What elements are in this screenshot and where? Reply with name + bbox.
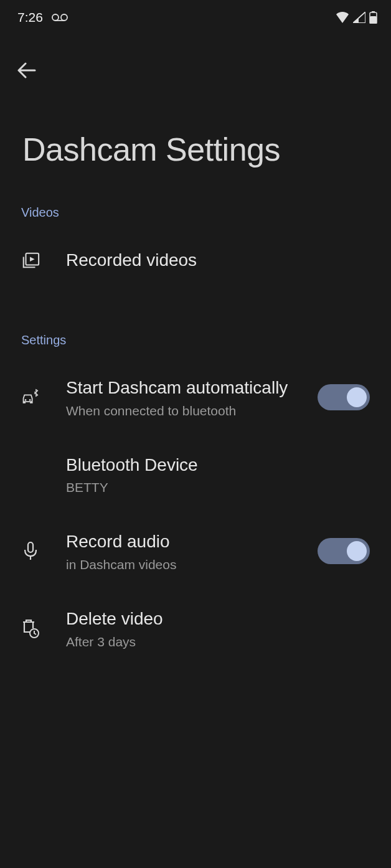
bluetooth-device-item[interactable]: Bluetooth Device BETTY [0,436,391,513]
arrow-left-icon [17,62,36,78]
auto-start-title: Start Dashcam automatically [66,376,308,400]
auto-start-toggle[interactable] [318,384,370,410]
signal-icon [353,12,365,23]
svg-point-1 [61,14,67,21]
auto-start-item[interactable]: Start Dashcam automatically When connect… [0,359,391,436]
recorded-videos-item[interactable]: Recorded videos [0,231,391,290]
bluetooth-device-title: Bluetooth Device [66,453,370,477]
svg-rect-5 [370,16,377,24]
microphone-icon [21,541,40,561]
record-audio-subtitle: in Dashcam videos [66,557,308,572]
status-time: 7:26 [17,10,43,25]
car-bluetooth-icon [21,389,40,406]
svg-point-8 [29,399,31,401]
back-button[interactable] [0,47,54,78]
section-header-videos: Videos [0,193,391,231]
battery-icon [369,11,377,24]
record-audio-item[interactable]: Record audio in Dashcam videos [0,512,391,590]
delete-video-item[interactable]: Delete video After 3 days [0,590,391,667]
auto-start-subtitle: When connected to bluetooth [66,403,308,418]
voicemail-icon [52,14,68,21]
delete-video-title: Delete video [66,607,370,631]
svg-point-7 [25,399,27,401]
page-title: Dashcam Settings [0,81,391,193]
bluetooth-device-subtitle: BETTY [66,480,370,495]
delete-video-subtitle: After 3 days [66,634,370,649]
section-header-settings: Settings [0,321,391,359]
video-library-icon [21,250,40,270]
auto-delete-icon [21,618,40,638]
record-audio-title: Record audio [66,530,308,554]
recorded-videos-title: Recorded videos [66,248,370,272]
record-audio-toggle[interactable] [318,538,370,564]
wifi-icon [336,12,349,23]
status-bar: 7:26 [0,0,391,30]
svg-point-0 [52,14,59,21]
svg-rect-9 [28,542,33,552]
